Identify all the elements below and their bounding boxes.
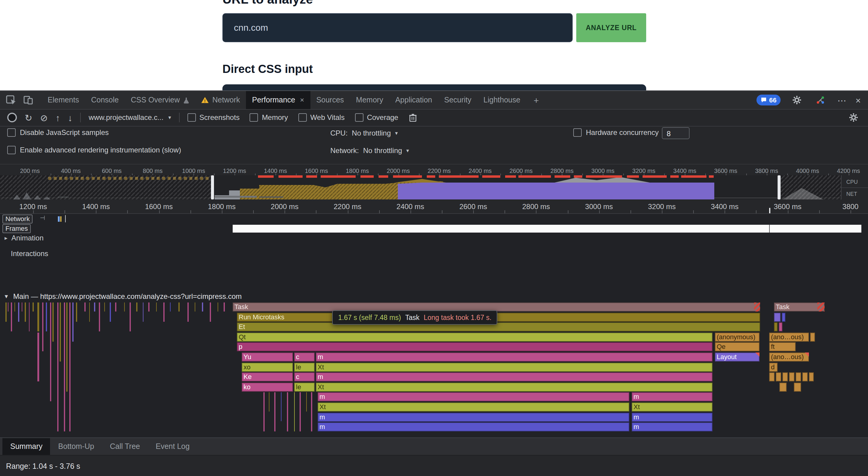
flame-bar[interactable] — [789, 372, 795, 381]
flame-minor-bar[interactable] — [99, 303, 100, 331]
flame-bar-m[interactable]: m — [632, 392, 712, 401]
flame-bar-ke[interactable]: Ke — [242, 372, 293, 381]
flame-minor-bar[interactable] — [148, 303, 150, 312]
flame-bar-xo[interactable]: xo — [242, 363, 293, 372]
flame-minor-bar[interactable] — [33, 303, 34, 312]
flame-bar-layout[interactable]: Layout — [715, 352, 760, 361]
flame-minor-bar[interactable] — [66, 303, 67, 392]
tab-performance[interactable]: Performance× — [246, 91, 310, 109]
close-devtools-icon[interactable]: × — [855, 95, 861, 104]
flame-bar-ano-ous[interactable]: (ano…ous) — [769, 332, 809, 342]
flame-bar[interactable] — [796, 372, 801, 381]
flame-bar-d[interactable]: d — [769, 363, 778, 372]
flame-minor-bar[interactable] — [311, 392, 312, 432]
bottom-tab-bottom-up[interactable]: Bottom-Up — [50, 438, 102, 455]
flame-minor-bar[interactable] — [294, 392, 295, 432]
flame-bar[interactable] — [809, 372, 814, 381]
flame-minor-bar[interactable] — [69, 303, 70, 432]
flame-bar[interactable] — [782, 372, 788, 381]
tab-application[interactable]: Application — [389, 91, 438, 109]
flame-bar-xt[interactable]: Xt — [316, 383, 712, 392]
bottom-tab-event-log[interactable]: Event Log — [148, 438, 198, 455]
network-throttle-select[interactable]: Network: No throttling ▾ — [330, 147, 409, 155]
flame-minor-bar[interactable] — [60, 303, 61, 361]
checkbox-memory[interactable]: Memory — [250, 113, 288, 122]
flame-minor-bar[interactable] — [29, 303, 30, 331]
overview-graph[interactable]: CPU NET — [0, 175, 868, 199]
advanced-rendering-checkbox[interactable]: Enable advanced rendering instrumentatio… — [7, 146, 181, 154]
flame-minor-bar[interactable] — [274, 392, 276, 432]
flame-minor-bar[interactable] — [84, 303, 86, 312]
load-profile-icon[interactable]: ↑ — [56, 113, 60, 122]
flame-minor-bar[interactable] — [218, 303, 218, 312]
connector-icon[interactable] — [816, 96, 825, 104]
flame-bar-m[interactable]: m — [318, 422, 629, 432]
flame-minor-bar[interactable] — [72, 303, 73, 342]
flame-bar-yu[interactable]: Yu — [242, 352, 293, 361]
tab-sources[interactable]: Sources — [310, 91, 350, 109]
flame-bar[interactable] — [779, 322, 782, 331]
flame-minor-bar[interactable] — [11, 303, 12, 331]
flame-minor-bar[interactable] — [50, 303, 51, 401]
flame-ruler[interactable]: 1200 ms1400 ms1600 ms1800 ms2000 ms2200 … — [0, 199, 868, 214]
tab-css-overview[interactable]: CSS Overview — [125, 91, 195, 109]
flame-bar-run-microtasks[interactable]: Run Microtasks — [237, 313, 760, 322]
record-button[interactable] — [7, 113, 17, 122]
feedback-badge[interactable]: 66 — [756, 95, 781, 105]
flame-bar-et[interactable]: Et — [237, 322, 760, 331]
flame-bar-task[interactable]: Task — [233, 303, 760, 312]
flame-minor-bar[interactable] — [8, 303, 8, 312]
flame-minor-bar[interactable] — [37, 303, 39, 331]
flame-minor-bar[interactable] — [156, 303, 157, 312]
flame-minor-bar[interactable] — [136, 303, 137, 312]
flame-bar-le[interactable]: le — [294, 383, 315, 392]
flame-minor-bar[interactable] — [163, 303, 164, 322]
tab-close-icon[interactable]: × — [300, 96, 304, 104]
tab-memory[interactable]: Memory — [350, 91, 389, 109]
flame-minor-bar[interactable] — [46, 303, 47, 331]
flame-bar-c[interactable]: c — [294, 372, 315, 381]
history-dropdown[interactable]: www.projectwallace.c... ▾ — [89, 113, 171, 122]
flame-minor-bar[interactable] — [187, 303, 189, 322]
flame-bar-qe[interactable]: Qe — [715, 342, 760, 351]
flame-minor-bar[interactable] — [281, 392, 281, 421]
flame-bar-m[interactable]: m — [632, 413, 712, 422]
checkbox-screenshots[interactable]: Screenshots — [187, 113, 239, 122]
flame-bar[interactable] — [782, 313, 785, 322]
flame-bar-m[interactable]: m — [316, 352, 712, 361]
flame-bar-ko[interactable]: ko — [242, 383, 293, 392]
flame-minor-bar[interactable] — [210, 303, 211, 322]
flame-chart[interactable]: TaskTaskRun MicrotasksEtQt(anonymous)(an… — [0, 214, 868, 438]
flame-minor-bar[interactable] — [287, 392, 288, 432]
flame-minor-bar[interactable] — [224, 303, 225, 312]
hardware-concurrency-checkbox[interactable]: Hardware concurrency — [573, 128, 658, 137]
flame-minor-bar[interactable] — [64, 303, 65, 432]
checkbox-web-vitals[interactable]: Web Vitals — [299, 113, 345, 122]
flame-bar-le[interactable]: le — [294, 363, 315, 372]
flame-minor-bar[interactable] — [170, 303, 170, 312]
flame-bar-qt[interactable]: Qt — [237, 332, 712, 342]
panel-settings-gear-icon[interactable] — [849, 113, 858, 122]
flame-bar-xt[interactable]: Xt — [318, 403, 629, 412]
tab-elements[interactable]: Elements — [41, 91, 85, 109]
inspect-icon[interactable] — [6, 95, 17, 105]
more-tabs-button[interactable]: + — [526, 91, 546, 109]
flame-minor-bar[interactable] — [5, 303, 7, 322]
flame-minor-bar[interactable] — [42, 303, 43, 351]
flame-minor-bar[interactable] — [269, 392, 270, 412]
url-input[interactable]: cnn.com — [222, 13, 572, 42]
flame-bar[interactable] — [779, 383, 786, 392]
flame-minor-bar[interactable] — [89, 303, 90, 322]
flame-minor-bar[interactable] — [37, 332, 39, 381]
flame-minor-bar[interactable] — [94, 303, 95, 312]
flame-bar-task[interactable]: Task — [774, 303, 825, 312]
flame-minor-bar[interactable] — [179, 303, 180, 312]
save-profile-icon[interactable]: ↓ — [68, 113, 72, 122]
flame-minor-bar[interactable] — [14, 303, 15, 312]
disable-js-checkbox[interactable]: Disable JavaScript samples — [7, 128, 109, 137]
flame-minor-bar[interactable] — [130, 303, 131, 331]
tab-network[interactable]: !Network — [195, 91, 246, 109]
flame-minor-bar[interactable] — [25, 303, 26, 322]
flame-minor-bar[interactable] — [57, 303, 59, 432]
flame-bar-anonymous[interactable]: (anonymous) — [715, 332, 760, 342]
